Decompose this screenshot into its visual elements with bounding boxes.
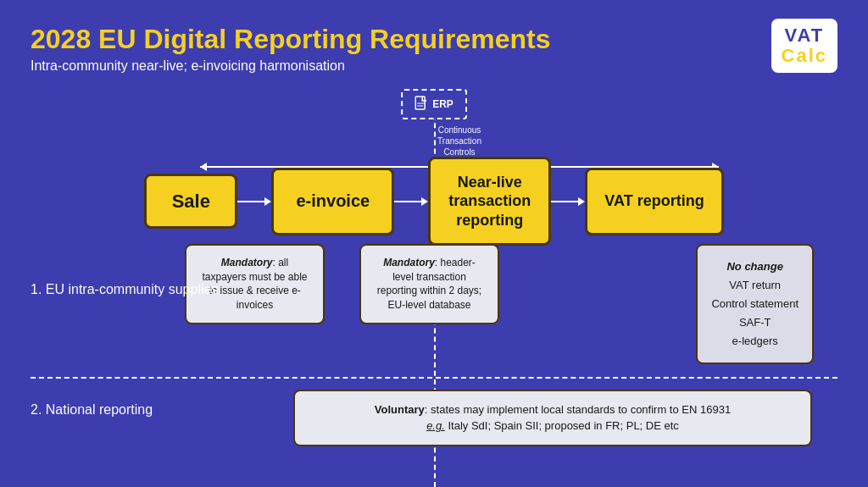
page-subtitle: Intra-community near-live; e-invoicing h… xyxy=(31,58,837,74)
ctc-label: Continuous Transaction Controls xyxy=(437,125,481,158)
horizontal-divider xyxy=(31,377,837,379)
erp-doc-icon xyxy=(415,96,428,113)
arrow-einvoice-to-nearlive xyxy=(394,193,428,210)
arrow-nearlive-to-vat xyxy=(551,193,585,210)
arrow-sale-to-einvoice xyxy=(237,193,271,210)
vat-logo-text: VAT xyxy=(784,25,824,46)
einvoice-box: e-invoice xyxy=(271,168,394,235)
voluntary-text: : states may implement local standards t… xyxy=(425,403,731,416)
page-title: 2028 EU Digital Reporting Requirements xyxy=(31,24,837,55)
vatcalc-logo: VAT Calc xyxy=(771,19,837,73)
main-container: 2028 EU Digital Reporting Requirements I… xyxy=(0,0,868,487)
flow-wrapper: ERP Continuous Transaction Controls Sale… xyxy=(31,89,837,487)
boxes-row: Sale e-invoice Near-live transaction rep… xyxy=(31,157,837,246)
no-change-vat-return: VAT return xyxy=(711,276,798,295)
national-reporting-box: Voluntary: states may implement local st… xyxy=(293,390,812,446)
erp-box: ERP xyxy=(401,89,467,119)
calc-logo-text: Calc xyxy=(782,46,827,66)
no-change-control: Control statement xyxy=(711,295,798,313)
erp-label: ERP xyxy=(432,98,453,110)
no-change-box: No change VAT return Control statement S… xyxy=(696,244,814,364)
nearlive-desc-container: Mandatory: header-level transaction repo… xyxy=(359,244,499,324)
no-change-eledgers: e-ledgers xyxy=(711,332,798,351)
national-example-text: Italy SdI; Spain SII; proposed in FR; PL… xyxy=(445,419,679,432)
nearlive-desc-box: Mandatory: header-level transaction repo… xyxy=(359,244,499,324)
vat-reporting-box: VAT reporting xyxy=(585,168,723,235)
national-example-label: e.g. xyxy=(426,419,445,432)
voluntary-bold: Voluntary xyxy=(375,403,425,416)
nearlive-desc-bold: Mandatory xyxy=(383,257,435,268)
nearlive-box: Near-live transaction reporting xyxy=(428,157,551,246)
erp-container: ERP xyxy=(401,89,467,119)
nearlive-text: Near-live transaction reporting xyxy=(448,173,531,230)
sale-box: Sale xyxy=(144,174,237,229)
einvoice-desc-bold: Mandatory xyxy=(221,257,273,268)
no-change-bold: No change xyxy=(711,257,798,276)
section-label-2: 2. National reporting xyxy=(31,402,153,418)
no-change-saft: SAF-T xyxy=(711,313,798,332)
section-label-1: 1. EU intra-community supplies xyxy=(31,282,218,297)
